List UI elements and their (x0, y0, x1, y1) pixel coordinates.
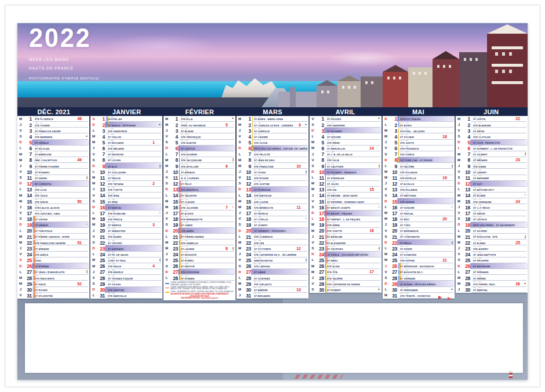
day-number: 24 (241, 252, 251, 257)
week-number: 26 (515, 282, 520, 286)
day-cell-2-16: M1647 - 318STE JULIENNE7○ (164, 204, 235, 210)
day-info: 29 - 336ST GILDAS (106, 281, 161, 287)
zone-c-holiday-stripe (180, 257, 181, 263)
saint-name: ST ROMÉO (181, 260, 234, 263)
day-cell-3-2: M261 - 304ST CHARLES LE BON - CENDRES9● (237, 122, 308, 128)
saint-name: STE VALÉRIE (327, 278, 380, 281)
day-cell-1-4: M44 - 361ST ODILON (90, 133, 162, 139)
day-number: 16 (95, 205, 105, 210)
day-number: 17 (22, 210, 32, 216)
year-title: 2022 (29, 24, 95, 51)
day-number: 22 (241, 240, 251, 246)
day-info: 157 - 208ST NORBERT - L. DE PENTECÔTE (471, 146, 526, 151)
zone-b-holiday-stripe (180, 193, 181, 198)
day-info: 171 - 194ST SILVÈRE (471, 228, 526, 234)
day-number: 23 (95, 246, 105, 252)
day-number: 28 (387, 275, 397, 281)
saint-name: STE PRISCA (108, 219, 161, 222)
day-cell-1-31: L3131 - 334STE MARCELLE (90, 293, 162, 299)
day-cell-0-10: V10344 - 21ST ROMARIC (17, 169, 89, 175)
day-info: 353 - 12ST URBAIN (33, 222, 88, 228)
day-cell-3-8: M867 - 298ST JEAN DE DIEU (237, 157, 308, 163)
day-number: 23 (22, 246, 32, 252)
day-number: 12 (22, 181, 32, 187)
saint-name: ST HUGUES (327, 118, 380, 121)
day-number: 12 (95, 181, 105, 187)
day-number: 9 (314, 164, 324, 169)
saint-name: ST MODESTE (181, 254, 234, 257)
saint-name: ST MARC (327, 260, 380, 263)
saint-name: STE YVETTE (108, 189, 161, 192)
zone-b-holiday-stripe (179, 158, 180, 163)
saint-name: STE GISÈLE (400, 154, 453, 157)
saint-name: STE GWLADYS (254, 284, 307, 286)
day-cell-3-6: D665 - 300FÊTE DES GDS MÈRES - 1ER DIM. … (237, 146, 308, 151)
day-cell-4-16: S16106 - 259ST BENOÎT-JOSEPH○ (310, 204, 382, 210)
day-cell-4-3: D393 - 272ST RICHARD (310, 128, 382, 133)
day-number: 8 (168, 157, 178, 163)
day-cell-2-25: V2556 - 309ST ROMÉO (164, 257, 235, 263)
saint-name: ST BENJAMIN (254, 295, 307, 298)
saint-name: STE LUCE (35, 189, 88, 192)
zone-b-holiday-stripe (179, 151, 180, 157)
zone-c-holiday-stripe (326, 281, 327, 286)
day-cell-1-26: M2626 - 339STE PAULE4 (90, 263, 162, 269)
day-info: 71 - 294STE JUSTINE (252, 181, 307, 187)
day-cell-4-21: J21111 - 254ST ANSELME (310, 234, 382, 239)
day-cell-4-24: D24114 - 251ST FIDÈLE - SOUVENIR DÉPORTÉ… (310, 252, 382, 257)
calendar-page: 2022 MERS-LES-BAINS HAUTS-DE-FRANCE PHOT… (0, 0, 545, 392)
saint-name: FÊTE DES PÈRES - ST SACREMENT (473, 224, 526, 227)
day-number: 24 (22, 252, 32, 257)
day-info: 31 - 334STE MARCELLE (106, 293, 161, 299)
week-number: 13 (296, 288, 301, 292)
day-number: 3 (387, 128, 397, 134)
saint-name: ST ARMAND (35, 248, 88, 251)
day-number: 12 (241, 181, 251, 187)
day-cell-0-31: V31365 - 0ST SYLVESTRE (17, 293, 89, 299)
day-number: 29 (241, 281, 251, 287)
day-number: 11 (95, 175, 105, 181)
saint-name: ST GILBERT (473, 154, 526, 157)
day-number: 11 (22, 175, 32, 181)
day-number: 30 (460, 287, 470, 293)
day-info: 347 - 18STE LUCE (33, 187, 88, 193)
day-number: 12 (387, 181, 397, 187)
day-info: 164 - 201ST ANTOINE DE P. (471, 187, 526, 193)
day-cell-6-21: M21172 - 193ST RODOLPHE - ÉTÉ( (456, 234, 528, 239)
day-number: 14 (460, 193, 470, 198)
day-number: 18 (95, 216, 105, 222)
day-number: 28 (22, 275, 32, 281)
day-number: 24 (95, 252, 105, 257)
day-number: 16 (168, 205, 178, 210)
day-info: 77 - 288ST CYRILLE (252, 216, 307, 222)
day-cell-5-20: V20140 - 225ST BERNARDIN (383, 228, 455, 234)
saint-name: ST PIERRE DAMIEN (181, 236, 234, 239)
day-cell-5-27: V27147 - 218ST AUGUSTIN DE C. (383, 269, 455, 275)
day-info: 93 - 272ST RICHARD (325, 128, 380, 134)
day-info: 21 - 344STE AGNÈS (106, 234, 161, 240)
day-info: 81 - 284STE LÉA (252, 240, 307, 246)
saint-name: ST NICOLAS (35, 148, 88, 151)
saint-name: ST FERNAND (473, 271, 526, 274)
day-cell-1-20: J2020 - 345ST SÉBASTIEN (90, 228, 162, 234)
day-cell-6-7: M7158 - 207ST GILBERT) (456, 151, 528, 157)
day-info: 17 - 348STE ROSELINE (106, 210, 161, 216)
day-cell-3-28: L2887 - 278ST GONTRAN (237, 275, 308, 281)
saint-name: ST LÉONCE (473, 219, 526, 222)
new-moon-icon: ● (451, 288, 453, 291)
day-info: 148 - 217ST GERMAIN (398, 275, 453, 281)
week-number: 11 (297, 205, 301, 209)
day-number: 7 (314, 151, 324, 157)
day-cell-2-15: M1546 - 319ST CLAUDE (164, 198, 235, 204)
day-number: 20 (241, 228, 251, 234)
saint-name: ST VINCENT (108, 242, 161, 245)
day-cell-6-30: J30181 - 184ST MARTIAL (456, 287, 528, 293)
saint-name: STE CLÉMENCE (254, 236, 307, 239)
saint-name: NOUVEL AN (108, 118, 161, 121)
day-cell-0-9: J9343 - 22ST PIERRE FOURIER (17, 163, 89, 169)
saint-name: ST JEAN L'ÉVANGÉLISTE (35, 271, 88, 274)
day-number: 27 (95, 269, 105, 275)
saint-name: ST BÉRENGER - ASCENSION (400, 266, 453, 268)
day-number: 28 (460, 275, 470, 281)
day-number: 7 (241, 151, 251, 157)
